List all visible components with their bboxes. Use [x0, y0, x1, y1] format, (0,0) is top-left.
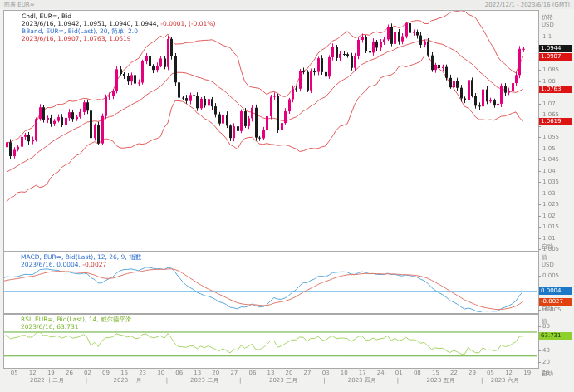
day-tick-label: 03 — [322, 370, 330, 376]
day-tick-label: 08 — [414, 370, 421, 376]
rsi-tick-label: 20 — [542, 359, 550, 365]
price-axis-unit: USD — [542, 22, 554, 28]
price-tick-label: 1.015 — [542, 223, 559, 230]
month-separator: | — [166, 377, 168, 384]
day-tick-label: 15 — [432, 370, 439, 376]
price-tick-label: 1.04 — [542, 168, 556, 174]
rsi-axis-badge: 63.731 — [539, 332, 572, 340]
day-tick-label: 20 — [286, 370, 293, 376]
month-label: 2023 五月 — [423, 377, 459, 384]
rsi-series-label: RSI, EUR=, Bid(Last), 14, 威尔德平滑 — [21, 316, 132, 323]
window-title: 图表 EUR= — [4, 1, 35, 9]
macd-series-label: MACD, EUR=, Bid(Last), 12, 26, 9, 指数 — [21, 253, 141, 261]
day-tick-label: 05 — [11, 370, 18, 376]
month-separator: | — [481, 377, 483, 384]
price-tick-label: 1.065 — [542, 111, 559, 118]
day-tick-label: 01 — [395, 370, 403, 376]
day-tick-label: 16 — [120, 370, 128, 376]
macd-legend: MACD, EUR=, Bid(Last), 12, 26, 9, 指数 202… — [21, 253, 141, 268]
price-axis-title: 价格 — [542, 14, 553, 21]
macd-axis-badge: 0.0004 — [539, 287, 572, 295]
day-tick-label: 23 — [139, 370, 146, 376]
month-label: 2023 二月 — [186, 377, 223, 384]
price-tick-label: 1.085 — [542, 66, 559, 73]
window-daterange: 2022/12/1 - 2023/6/16 (GMT) — [485, 2, 570, 8]
price-tick-label: 1.02 — [542, 213, 556, 219]
day-tick-label: 19 — [523, 370, 531, 376]
price-tick-label: 1.05 — [542, 145, 556, 152]
day-tick-label: 17 — [359, 370, 366, 376]
month-separator: | — [239, 377, 241, 384]
rsi-tick-label: 40 — [542, 347, 550, 354]
price-tick-label: 1.08 — [542, 78, 556, 85]
day-tick-label: 05 — [487, 370, 494, 376]
day-tick-label: 12 — [29, 370, 37, 376]
day-tick-label: 20 — [212, 370, 219, 376]
day-tick-label: 24 — [377, 370, 385, 376]
rsi-legend: RSI, EUR=, Bid(Last), 14, 威尔德平滑 2023/6/1… — [21, 316, 132, 331]
candle-change-value: -0.0001, (-0.01%) — [159, 20, 216, 27]
day-tick-label: 27 — [304, 370, 312, 376]
price-axis-badge: 1.0763 — [539, 86, 572, 93]
macd-axis-title: 值 — [542, 254, 547, 261]
day-tick-label: 30 — [157, 370, 164, 376]
rsi-axis-title: 值 — [542, 318, 547, 325]
day-tick-label: 13 — [267, 370, 275, 376]
candle-series-label: Cndl, EUR=, Bid — [22, 12, 215, 20]
month-label: 2022 十二月 — [29, 377, 66, 384]
month-separator: | — [86, 377, 87, 384]
price-tick-label: 1.1 — [542, 33, 552, 40]
price-axis-badge: 1.0944 — [539, 45, 572, 52]
price-autoscale-label[interactable]: 自动 — [542, 243, 553, 250]
price-tick-label: 1.03 — [542, 190, 556, 197]
macd-axis-badge: -0.0027 — [539, 298, 572, 306]
macd-tick-label: 0.005 — [542, 272, 559, 279]
price-tick-label: 1.025 — [542, 201, 559, 208]
rsi-values-line: 2023/6/16, 63.731 — [21, 323, 132, 331]
day-tick-label: 10 — [341, 370, 348, 376]
day-tick-label: 06 — [248, 370, 256, 376]
day-tick-label: 29 — [469, 370, 476, 376]
day-tick-label: 22 — [450, 370, 458, 376]
day-tick-label: 06 — [175, 370, 183, 376]
day-tick-label: 09 — [102, 370, 110, 376]
price-tick-label: 1.045 — [542, 156, 559, 163]
day-tick-label: 26 — [66, 370, 73, 376]
price-legend: Cndl, EUR=, Bid 2023/6/16, 1.0942, 1.095… — [22, 12, 215, 42]
month-separator: | — [397, 377, 399, 384]
price-tick-label: 1.07 — [542, 100, 556, 107]
rsi-autoscale-label[interactable]: 自动 — [542, 370, 553, 377]
price-tick-label: 1.055 — [542, 134, 559, 140]
price-axis-badge: 1.0907 — [539, 53, 572, 61]
time-axis[interactable]: 0512192602091623300613202706132027031017… — [0, 369, 574, 384]
day-tick-label: 13 — [194, 370, 201, 376]
macd-values-line: 2023/6/16, 0.0004, -0.0027 — [21, 261, 141, 268]
month-label: 2023 六月 — [487, 377, 523, 384]
price-pane[interactable] — [3, 10, 539, 252]
bband-series-label: BBand, EUR=, Bid(Last), 20, 简单, 2.0 — [22, 27, 215, 35]
month-separator: | — [323, 377, 325, 384]
candle-values-line: 2023/6/16, 1.0942, 1.0951, 1.0940, 1.094… — [22, 20, 215, 27]
day-tick-label: 27 — [230, 370, 238, 376]
price-tick-label: 1.01 — [542, 235, 556, 242]
month-label: 2023 三月 — [265, 377, 302, 384]
price-axis-badge: 1.0619 — [539, 118, 572, 125]
day-tick-label: 12 — [505, 370, 513, 376]
month-label: 2023 四月 — [344, 377, 380, 384]
bband-values-line: 2023/6/16, 1.0907, 1.0763, 1.0619 — [22, 35, 215, 42]
macd-axis-unit: USD — [542, 262, 554, 268]
macd-autoscale-label[interactable]: 自动 — [542, 306, 553, 312]
macd-signal-value: -0.0027 — [82, 261, 106, 268]
titlebar: 图表 EUR= 2022/12/1 - 2023/6/16 (GMT) — [0, 0, 574, 9]
price-tick-label: 1.035 — [542, 179, 559, 185]
month-label: 2023 一月 — [110, 377, 146, 384]
day-tick-label: 19 — [47, 370, 55, 376]
day-tick-label: 02 — [84, 370, 91, 376]
chart-window: 图表 EUR= 2022/12/1 - 2023/6/16 (GMT) Cndl… — [0, 0, 574, 392]
